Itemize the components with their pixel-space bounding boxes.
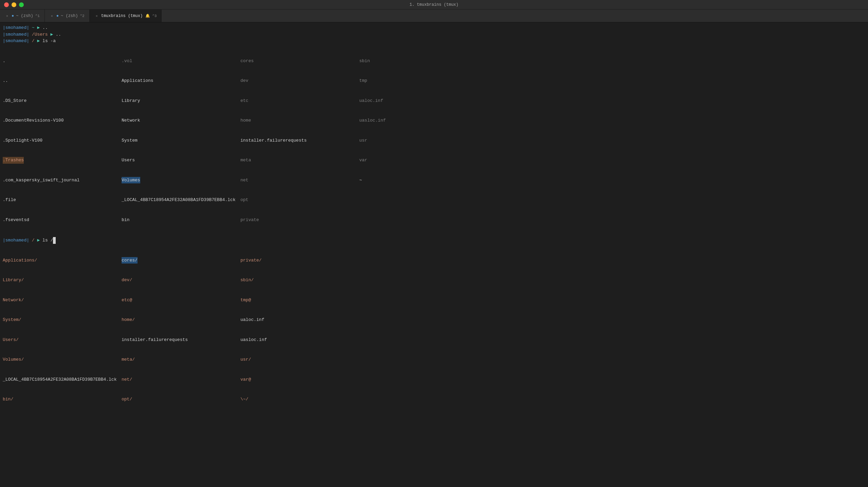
tab-close-2[interactable]: ✕ xyxy=(50,14,54,18)
tab-close-3[interactable]: ✕ xyxy=(94,14,99,18)
prompt-arrow-1: ▶ xyxy=(37,24,40,31)
prompt-path-1: ~ xyxy=(32,24,35,31)
terminal-line-3: |smohamed| / ▶ ls -a xyxy=(3,38,865,44)
tab-label-1: ~ (zsh) xyxy=(16,14,33,18)
tabbar: ✕ ● ~ (zsh) ⌃1 ✕ ● ~ (zsh) ⌃2 ✕ tmuxbrai… xyxy=(0,10,868,22)
tab-3[interactable]: ✕ tmuxbrains (tmux) 🔔 ⌃3 xyxy=(90,10,162,22)
tab-dot-2: ● xyxy=(56,14,59,18)
close-button[interactable] xyxy=(4,2,9,7)
tab-close-1[interactable]: ✕ xyxy=(5,14,10,18)
window-title: 1. tmuxbrains (tmux) xyxy=(410,2,458,7)
tab-label-3: tmuxbrains (tmux) xyxy=(101,14,143,18)
terminal-line-4: |smohamed| / ▶ ls / xyxy=(3,237,865,244)
prompt-user: |smohamed| xyxy=(3,24,29,31)
window-controls[interactable] xyxy=(0,2,24,7)
tab-1[interactable]: ✕ ● ~ (zsh) ⌃1 xyxy=(0,10,45,22)
cursor xyxy=(53,237,56,244)
terminal-line-2: |smohamed| /Users ▶ .. xyxy=(3,31,865,38)
ls-output-root: Applications/ Library/ Network/ System/ … xyxy=(3,244,865,416)
terminal-content[interactable]: |smohamed| ~ ▶ .. |smohamed| /Users ▶ ..… xyxy=(0,22,868,487)
minimize-button[interactable] xyxy=(12,2,16,7)
tab-2[interactable]: ✕ ● ~ (zsh) ⌃2 xyxy=(45,10,90,22)
tab-bell-3: 🔔 xyxy=(145,14,150,18)
tab-dot-1: ● xyxy=(12,14,14,18)
maximize-button[interactable] xyxy=(19,2,24,7)
tab-label-2: ~ (zsh) xyxy=(61,14,78,18)
ls-output-a: . .. .DS_Store .DocumentRevisions-V100 .… xyxy=(3,44,865,237)
tab-num-2: ⌃2 xyxy=(80,14,84,18)
titlebar: 1. tmuxbrains (tmux) xyxy=(0,0,868,10)
prompt-space xyxy=(35,24,37,31)
terminal-line-1: |smohamed| ~ ▶ .. xyxy=(3,24,865,31)
tab-num-3: ⌃3 xyxy=(152,14,157,18)
prompt-sep xyxy=(29,24,32,31)
cmd-1: .. xyxy=(40,24,48,31)
tab-num-1: ⌃1 xyxy=(35,14,40,18)
